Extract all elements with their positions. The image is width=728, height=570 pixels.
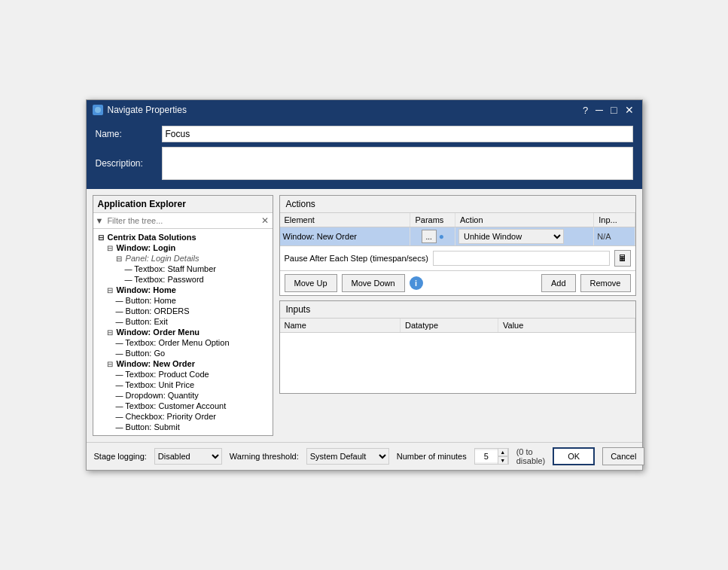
tree-item-textbox-staff[interactable]: — Textbox: Staff Number <box>96 264 270 274</box>
add-button[interactable]: Add <box>541 274 576 292</box>
cancel-button[interactable]: Cancel <box>602 447 644 465</box>
tree-item-button-submit[interactable]: — Button: Submit <box>96 422 270 432</box>
stage-logging-select[interactable]: Disabled Enabled <box>154 448 222 465</box>
filter-clear-icon[interactable]: ✕ <box>260 215 270 226</box>
actions-section: Actions Element Params Action Inp... Win… <box>279 195 636 296</box>
name-row: Name: <box>96 126 633 142</box>
spin-buttons: ▲ ▼ <box>498 448 508 465</box>
move-down-button[interactable]: Move Down <box>342 274 405 292</box>
info-icon[interactable]: i <box>410 276 423 290</box>
tree-item-textbox-unit-price[interactable]: — Textbox: Unit Price <box>96 379 270 390</box>
action-value: Unhide Window <box>455 227 594 246</box>
remove-button[interactable]: Remove <box>580 274 631 292</box>
tree-item-textbox-customer[interactable]: — Textbox: Customer Account <box>96 401 270 411</box>
minimize-button[interactable]: ─ <box>593 104 605 116</box>
col-datatype: Datatype <box>401 319 498 333</box>
warning-threshold-select[interactable]: System Default <box>306 448 389 465</box>
tree-item-button-orders[interactable]: — Button: ORDERS <box>96 306 270 316</box>
name-input[interactable] <box>162 126 633 142</box>
actions-table: Element Params Action Inp... Window: New… <box>280 213 635 245</box>
tree-item-panel-login[interactable]: ⊟ Panel: Login Details <box>96 253 270 264</box>
description-row: Description: <box>96 147 633 180</box>
tree-item-button-exit[interactable]: — Button: Exit <box>96 316 270 327</box>
help-button[interactable]: ? <box>580 105 590 116</box>
inputs-table: Name Datatype Value <box>280 319 635 393</box>
tree-item-window-new-order[interactable]: ⊟ Window: New Order <box>96 358 270 369</box>
col-action: Action <box>455 213 594 227</box>
header-section: Name: Description: <box>87 120 642 189</box>
minutes-input-group: ▲ ▼ <box>474 448 509 465</box>
title-bar: Navigate Properties ? ─ □ ✕ <box>87 100 642 120</box>
col-input: Inp... <box>594 213 635 227</box>
warning-threshold-label: Warning threshold: <box>230 452 299 461</box>
filter-input[interactable] <box>105 215 257 226</box>
params-button[interactable]: ... <box>422 230 437 243</box>
button-row: Move Up Move Down i Add Remove <box>280 270 635 295</box>
app-icon <box>93 105 103 115</box>
zero-to-disable-label: (0 to disable) <box>516 447 546 465</box>
tree-item-window-login[interactable]: ⊟ Window: Login <box>96 242 270 253</box>
action-row[interactable]: Window: New Order ... ● Unhide Window <box>280 227 635 246</box>
col-params: Params <box>410 213 455 227</box>
spin-up-button[interactable]: ▲ <box>498 448 508 456</box>
calculator-button[interactable]: 🖩 <box>614 250 631 267</box>
tree-item-button-home[interactable]: — Button: Home <box>96 295 270 306</box>
stage-logging-label: Stage logging: <box>94 452 147 461</box>
navigate-properties-dialog: Navigate Properties ? ─ □ ✕ Name: Descri… <box>86 99 643 471</box>
maximize-button[interactable]: □ <box>608 104 619 116</box>
tree-item-dropdown-quantity[interactable]: — Dropdown: Quantity <box>96 390 270 401</box>
actions-title: Actions <box>280 196 635 213</box>
col-name: Name <box>280 319 401 333</box>
title-bar-left: Navigate Properties <box>93 105 187 115</box>
tree-item-checkbox-priority[interactable]: — Checkbox: Priority Order <box>96 411 270 422</box>
na-badge: N/A <box>597 232 611 241</box>
filter-icon: ▼ <box>96 216 104 225</box>
tree-item-textbox-password[interactable]: — Textbox: Password <box>96 274 270 285</box>
pause-row: Pause After Each Step (timespan/secs) 🖩 <box>280 245 635 270</box>
spin-down-button[interactable]: ▼ <box>498 456 508 465</box>
title-bar-controls: ? ─ □ ✕ <box>580 104 636 116</box>
col-value: Value <box>498 319 635 333</box>
tree: ⊟ Centrix Data Solutions ⊟ Window: Login… <box>93 229 273 435</box>
pause-label: Pause After Each Step (timespan/secs) <box>285 254 428 263</box>
action-select[interactable]: Unhide Window <box>458 229 564 244</box>
dialog-title: Navigate Properties <box>108 105 187 115</box>
close-button[interactable]: ✕ <box>623 104 636 116</box>
svg-point-0 <box>95 107 101 113</box>
tree-item-textbox-product[interactable]: — Textbox: Product Code <box>96 369 270 379</box>
application-explorer-panel: Application Explorer ▼ ✕ ⊟ Centrix Data … <box>93 195 273 436</box>
action-params: ... ● <box>410 227 455 246</box>
move-up-button[interactable]: Move Up <box>285 274 337 292</box>
action-element: Window: New Order <box>280 227 410 246</box>
tree-item-window-home[interactable]: ⊟ Window: Home <box>96 285 270 295</box>
footer: Stage logging: Disabled Enabled Warning … <box>87 442 642 470</box>
minutes-input[interactable] <box>475 450 498 462</box>
ok-button[interactable]: OK <box>553 447 595 465</box>
action-input: N/A <box>594 227 635 246</box>
tree-item-textbox-order-menu[interactable]: — Textbox: Order Menu Option <box>96 337 270 348</box>
main-content: Application Explorer ▼ ✕ ⊟ Centrix Data … <box>87 189 642 442</box>
description-label: Description: <box>96 158 156 169</box>
tree-item-window-order-menu[interactable]: ⊟ Window: Order Menu <box>96 327 270 337</box>
tree-item-button-go[interactable]: — Button: Go <box>96 348 270 358</box>
number-of-minutes-label: Number of minutes <box>397 452 467 461</box>
filter-bar: ▼ ✕ <box>93 213 273 229</box>
description-input[interactable] <box>162 147 633 180</box>
tree-item-centrix[interactable]: ⊟ Centrix Data Solutions <box>96 232 270 242</box>
name-label: Name: <box>96 129 156 139</box>
inputs-title: Inputs <box>280 301 635 319</box>
right-panel: Actions Element Params Action Inp... Win… <box>279 195 636 436</box>
app-explorer-title: Application Explorer <box>93 196 273 213</box>
pause-input[interactable] <box>433 251 610 266</box>
inputs-body <box>280 333 635 393</box>
actions-body: Window: New Order ... ● Unhide Window <box>280 227 635 246</box>
col-element: Element <box>280 213 410 227</box>
inputs-section: Inputs Name Datatype Value <box>279 300 636 394</box>
